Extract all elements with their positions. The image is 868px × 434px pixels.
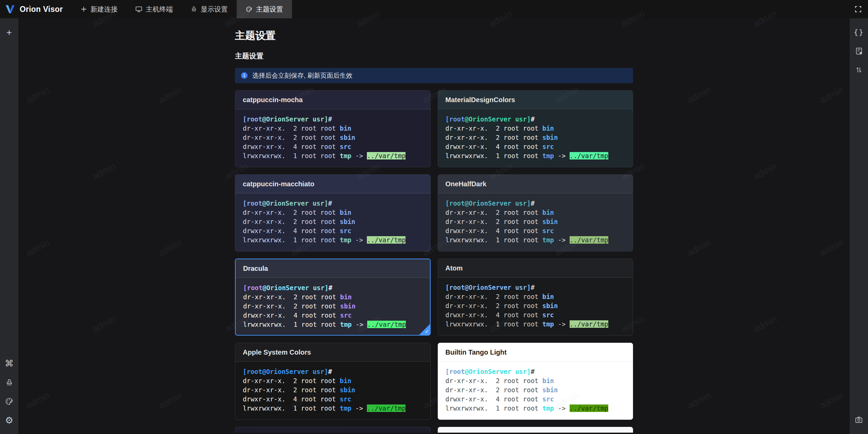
screenshot-button[interactable] [853, 414, 865, 426]
main-panel: 主题设置 主题设置 选择后会立刻保存, 刷新页面后生效 catppuccin-m… [18, 18, 850, 434]
orion-visor-logo-icon [5, 4, 16, 14]
theme-terminal-preview: [root@OrionServer usr]#dr-xr-xr-x. 2 roo… [438, 193, 633, 245]
curly-braces-icon: {} [854, 28, 864, 36]
app-logo: Orion Visor [0, 0, 72, 18]
app-title: Orion Visor [20, 5, 63, 14]
fullscreen-icon [854, 5, 862, 13]
theme-card[interactable]: Dracula [root@OrionServer usr]#dr-xr-xr-… [235, 259, 431, 336]
theme-terminal-preview: [root@OrionServer usr]#dr-xr-xr-x. 2 roo… [235, 362, 430, 413]
stamp-icon [191, 6, 197, 13]
theme-name: Apple System Colors [243, 348, 311, 356]
theme-terminal-preview: [root@OrionServer usr]#dr-xr-xr-x. 2 roo… [235, 193, 430, 245]
theme-card-header: Dracula [236, 259, 430, 278]
display-settings-button[interactable] [3, 377, 15, 388]
theme-name: Atom [446, 264, 463, 272]
alert-text: 选择后会立刻保存, 刷新页面后生效 [252, 71, 353, 80]
right-sidebar: {} [850, 18, 868, 434]
theme-name: Builtin Tango Light [446, 348, 507, 356]
top-bar: Orion Visor 新建连接 主机终端 显示设置 [0, 0, 868, 18]
theme-terminal-preview: [root@OrionServer usr]#dr-xr-xr-x. 2 roo… [438, 278, 633, 329]
tab-label: 主机终端 [146, 5, 173, 14]
theme-card-partial[interactable] [438, 427, 633, 433]
new-tab-button[interactable]: + [3, 27, 15, 38]
theme-card-header: Builtin Tango Light [438, 343, 633, 362]
theme-card[interactable]: catppuccin-macchiato [root@OrionServer u… [235, 174, 431, 251]
tab-label: 显示设置 [201, 5, 228, 14]
theme-card-grid: catppuccin-mocha [root@OrionServer usr]#… [235, 90, 633, 433]
tab-new-connection[interactable]: 新建连接 [72, 0, 126, 18]
section-title: 主题设置 [235, 52, 633, 60]
page-title: 主题设置 [235, 29, 633, 42]
palette-icon [5, 397, 14, 406]
theme-card[interactable]: catppuccin-mocha [root@OrionServer usr]#… [235, 90, 431, 167]
theme-card-header: Apple System Colors [235, 343, 430, 362]
tab-label: 新建连接 [91, 5, 118, 14]
plus-icon: + [6, 28, 12, 37]
fullscreen-button[interactable] [848, 0, 868, 18]
stamp-icon [5, 378, 14, 387]
theme-card-header: Atom [438, 259, 633, 278]
tab-theme-settings[interactable]: 主题设置 [237, 0, 292, 18]
settings-button[interactable]: ⚙ [3, 415, 15, 426]
session-variables-button[interactable]: {} [853, 26, 865, 38]
theme-name: catppuccin-mocha [243, 96, 303, 104]
theme-name: OneHalfDark [446, 180, 487, 188]
palette-icon [245, 6, 253, 13]
sftp-transfer-button[interactable] [853, 64, 865, 76]
tab-label: 主题设置 [256, 5, 283, 14]
info-icon [241, 72, 248, 79]
theme-card[interactable]: Builtin Tango Light [root@OrionServer us… [438, 343, 633, 420]
theme-terminal-preview: [root@OrionServer usr]#dr-xr-xr-x. 2 roo… [236, 278, 430, 329]
gear-icon: ⚙ [5, 416, 13, 425]
theme-card-header: MaterialDesignColors [438, 91, 633, 109]
tab-bar: 新建连接 主机终端 显示设置 主题设置 [72, 0, 292, 18]
theme-name: MaterialDesignColors [446, 96, 515, 104]
theme-card-partial[interactable] [235, 427, 431, 433]
theme-terminal-preview: [root@OrionServer usr]#dr-xr-xr-x. 2 roo… [438, 362, 633, 413]
document-bookmark-icon [855, 47, 863, 55]
theme-card[interactable]: Atom [root@OrionServer usr]#dr-xr-xr-x. … [438, 259, 633, 336]
plus-icon [80, 6, 87, 13]
session-info-button[interactable] [853, 45, 865, 57]
terminal-monitor-icon [135, 6, 142, 13]
tab-display-settings[interactable]: 显示设置 [182, 0, 237, 18]
theme-card[interactable]: MaterialDesignColors [root@OrionServer u… [438, 90, 633, 167]
theme-terminal-preview: [root@OrionServer usr]#dr-xr-xr-x. 2 roo… [235, 109, 430, 161]
selected-check-icon: ✓ [419, 324, 430, 335]
tab-host-terminal[interactable]: 主机终端 [126, 0, 182, 18]
left-sidebar: + ⌘ ⚙ [0, 18, 18, 434]
theme-name: catppuccin-macchiato [243, 180, 314, 188]
theme-settings-button[interactable] [3, 396, 15, 407]
theme-card-header: OneHalfDark [438, 175, 633, 193]
theme-card-header: catppuccin-macchiato [235, 175, 430, 193]
theme-name: Dracula [243, 265, 268, 272]
theme-terminal-preview: [root@OrionServer usr]#dr-xr-xr-x. 2 roo… [438, 109, 633, 161]
sort-arrows-icon [855, 66, 863, 74]
theme-card[interactable]: OneHalfDark [root@OrionServer usr]#dr-xr… [438, 174, 633, 251]
theme-card-header: catppuccin-mocha [235, 91, 430, 109]
theme-card[interactable]: Apple System Colors [root@OrionServer us… [235, 343, 431, 420]
camera-icon [854, 415, 863, 424]
command-snippets-button[interactable]: ⌘ [3, 358, 15, 369]
info-alert: 选择后会立刻保存, 刷新页面后生效 [235, 68, 633, 83]
command-icon: ⌘ [5, 359, 14, 368]
